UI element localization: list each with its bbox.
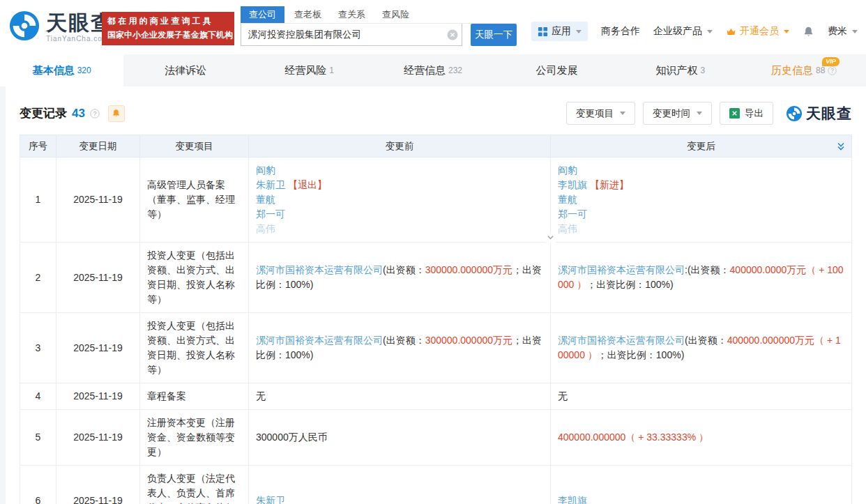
table-header-row: 序号变更日期变更项目变更前变更后 (20, 135, 852, 158)
search-button[interactable]: 天眼一下 (471, 24, 517, 46)
nav-item-vip-membership[interactable]: 开通会员 (726, 25, 789, 38)
change-record-header: 变更记录 43 ? 变更项目变更时间 导出 (0, 86, 866, 135)
row-after: 漯河市国裕资本运营有限公司:(出资额：400000.0000万元（ + 1000… (551, 243, 852, 313)
row-change-item: 投资人变更（包括出资额、出资方式、出资日期、投资人名称等） (140, 243, 249, 313)
filter-label: 变更项目 (576, 107, 614, 120)
nav-item-enterprise-products[interactable]: 企业级产品 (653, 25, 713, 38)
clear-search-icon[interactable] (447, 29, 458, 40)
entity-link[interactable]: 高伟 (558, 223, 577, 234)
svg-text:?: ? (93, 110, 96, 117)
row-before: 漯河市国裕资本运营有限公司(出资额：300000.000000万元；出资比例：1… (249, 313, 551, 383)
promo-banner[interactable]: 都在用的商业查询工具 国家中小企业发展子基金旗下机构 (102, 12, 234, 45)
nav-label: 费米 (828, 25, 847, 38)
entity-link[interactable]: 郑一可 (256, 208, 285, 220)
cell-text: 无 (558, 390, 568, 402)
cell-text: 300000.000000万元 (425, 264, 512, 275)
caret-down-icon (784, 30, 789, 33)
search-tab-risk[interactable]: 查风险 (382, 6, 409, 23)
entity-link[interactable]: 董航 (256, 194, 275, 205)
change-table-body: 12025-11-19高级管理人员备案（董事、监事、经理等）阎豹朱新卫 【退出】… (20, 158, 852, 504)
tab-label: 公司发展 (535, 64, 577, 77)
row-before: 300000万人民币 (249, 410, 551, 466)
col-header-item: 变更项目 (140, 135, 249, 158)
cell-text: (出资额： (383, 335, 425, 346)
cell-text: (出资额： (383, 264, 425, 275)
collapse-all-icon[interactable] (836, 142, 846, 151)
crown-icon (726, 26, 736, 37)
export-button[interactable]: 导出 (720, 102, 773, 125)
row-after: 无 (551, 383, 852, 410)
tab-label: 知识产权 (655, 64, 697, 77)
table-row: 62025-11-19负责人变更（法定代表人、负责人、首席代表、合伙事务执行人等… (20, 466, 852, 504)
monitor-bell-button[interactable] (108, 105, 125, 122)
entity-link[interactable]: 朱新卫 (256, 179, 285, 190)
row-date: 2025-11-19 (56, 243, 140, 313)
entity-link[interactable]: 漯河市国裕资本运营有限公司 (256, 335, 383, 346)
cell-text: (出资额： (685, 335, 727, 346)
row-before: 朱新卫 (249, 466, 551, 504)
tab-count: 3 (700, 66, 705, 75)
vip-badge: VIP (822, 57, 840, 66)
entity-link[interactable]: 郑一可 (558, 208, 587, 220)
entity-link[interactable]: 漯河市国裕资本运营有限公司 (558, 264, 685, 275)
search-area: 查公司查老板查关系查风险 天眼一下 (241, 8, 517, 46)
tab-label: 基本信息 (33, 64, 75, 77)
row-date: 2025-11-19 (56, 313, 140, 383)
cell-text: 300000万人民币 (256, 432, 328, 443)
row-change-item: 注册资本变更（注册资金、资金数额等变更） (140, 410, 249, 466)
tab-label: 法律诉讼 (165, 64, 206, 77)
search-tab-boss[interactable]: 查老板 (294, 6, 321, 23)
col-header-before: 变更前 (249, 135, 551, 158)
tab-history-info[interactable]: 历史信息88?VIP (743, 54, 866, 86)
tab-basic-info[interactable]: 基本信息320 (0, 54, 123, 86)
col-header-index: 序号 (20, 135, 56, 158)
entity-link[interactable]: 阎豹 (558, 165, 577, 176)
section-title: 变更记录 (20, 105, 67, 121)
caret-down-icon (576, 30, 582, 33)
entity-link[interactable]: 漯河市国裕资本运营有限公司 (256, 264, 383, 275)
change-item-filter-button[interactable]: 变更项目 (566, 102, 635, 125)
cell-text: 无 (256, 390, 266, 402)
entity-link[interactable]: 董航 (558, 194, 577, 205)
nav-label: 企业级产品 (653, 25, 702, 38)
row-change-item: 投资人变更（包括出资额、出资方式、出资日期、投资人名称等） (140, 313, 249, 383)
nav-item-username[interactable]: 费米 (828, 25, 858, 38)
promo-banner-line1: 都在用的商业查询工具 (107, 15, 229, 27)
help-icon[interactable]: ? (90, 109, 100, 119)
tab-label: 经营风险 (284, 64, 326, 77)
search-input[interactable] (241, 24, 462, 46)
entity-link[interactable]: 高伟 (256, 223, 275, 234)
entity-link[interactable]: 漯河市国裕资本运营有限公司 (558, 335, 685, 346)
table-row: 42025-11-19章程备案无无 (20, 383, 852, 410)
cell-text: ；出资比例：100%) (586, 279, 673, 290)
entity-link[interactable]: 李凯旗 (558, 495, 587, 504)
search-tab-relation[interactable]: 查关系 (338, 6, 365, 23)
entity-link[interactable]: 李凯旗 (558, 179, 587, 190)
tianyancha-logo-icon (8, 10, 40, 45)
top-nav: 应用商务合作企业级产品开通会员费米 (531, 22, 858, 41)
help-icon: ? (828, 66, 837, 75)
change-record-table: 序号变更日期变更项目变更前变更后 12025-11-19高级管理人员备案（董事、… (20, 135, 852, 504)
cell-text: :(出资额： (685, 264, 730, 275)
nav-item-business-cooperation[interactable]: 商务合作 (601, 25, 640, 38)
tab-business-info[interactable]: 经营信息232 (371, 54, 494, 86)
row-index: 4 (20, 383, 56, 410)
nav-item-apps[interactable]: 应用 (531, 22, 588, 41)
change-time-filter-button[interactable]: 变更时间 (643, 102, 712, 125)
notification-bell-icon[interactable] (803, 26, 814, 38)
search-tab-company[interactable]: 查公司 (241, 6, 284, 23)
entity-link[interactable]: 朱新卫 (256, 495, 285, 504)
table-row: 12025-11-19高级管理人员备案（董事、监事、经理等）阎豹朱新卫 【退出】… (20, 158, 852, 243)
row-after: 400000.000000（ + 33.33333% ） (551, 410, 852, 466)
tab-legal-litigation[interactable]: 法律诉讼 (123, 54, 247, 86)
expand-row-icon[interactable] (545, 232, 556, 243)
cell-text: 400000.000000（ + 33.33333% ） (558, 432, 708, 443)
tianyancha-logo[interactable]: 天眼查 TianYanCha.com (8, 10, 113, 45)
tab-intellectual-property[interactable]: 知识产权3 (618, 54, 742, 86)
tab-business-risk[interactable]: 经营风险1 (248, 54, 371, 86)
row-index: 6 (20, 466, 56, 504)
tab-count: 88 (816, 66, 825, 75)
entity-link[interactable]: 阎豹 (256, 165, 275, 176)
cell-text: 【新进】 (587, 179, 629, 190)
tab-company-development[interactable]: 公司发展 (495, 54, 618, 86)
